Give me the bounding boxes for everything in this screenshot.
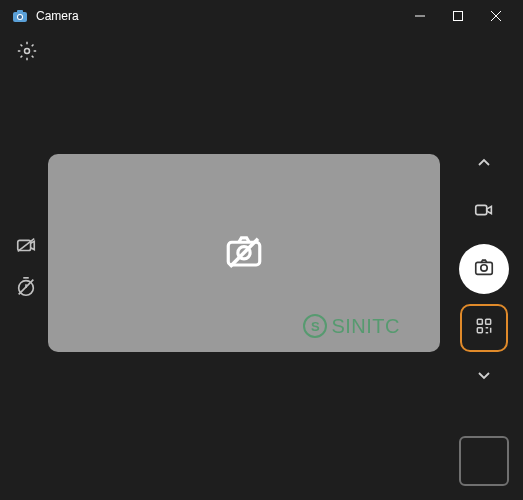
titlebar: Camera (0, 0, 523, 32)
window-controls (401, 0, 515, 32)
mode-up-button[interactable] (469, 150, 499, 180)
switch-camera-off-icon (15, 234, 37, 260)
switch-camera-button[interactable] (14, 235, 38, 259)
chevron-down-icon (476, 367, 492, 387)
timer-off-icon (15, 276, 37, 302)
right-controls (459, 150, 509, 392)
svg-rect-19 (477, 319, 482, 324)
svg-point-8 (25, 49, 30, 54)
settings-button[interactable] (14, 40, 40, 66)
svg-rect-5 (454, 12, 463, 21)
camera-icon (473, 256, 495, 282)
video-mode-button[interactable] (462, 190, 506, 234)
svg-rect-16 (476, 205, 487, 214)
left-controls (14, 235, 38, 301)
qr-scan-button[interactable] (460, 304, 508, 352)
no-camera-icon (223, 230, 265, 276)
svg-point-18 (481, 265, 487, 271)
close-button[interactable] (477, 0, 515, 32)
video-icon (473, 199, 495, 225)
gallery-button[interactable] (459, 436, 509, 486)
minimize-button[interactable] (401, 0, 439, 32)
gear-icon (17, 41, 37, 65)
svg-point-3 (18, 15, 22, 19)
watermark-symbol: S (303, 314, 327, 338)
svg-rect-20 (486, 319, 491, 324)
svg-rect-1 (17, 10, 23, 13)
watermark-text: SINITC (331, 315, 400, 338)
mode-down-button[interactable] (469, 362, 499, 392)
watermark: S SINITC (303, 314, 400, 338)
svg-rect-21 (477, 328, 482, 333)
camera-viewport: S SINITC (48, 154, 440, 352)
capture-button[interactable] (459, 244, 509, 294)
app-icon (12, 8, 28, 24)
maximize-button[interactable] (439, 0, 477, 32)
qr-icon (474, 316, 494, 340)
app-title: Camera (36, 9, 401, 23)
chevron-up-icon (476, 155, 492, 175)
timer-button[interactable] (14, 277, 38, 301)
